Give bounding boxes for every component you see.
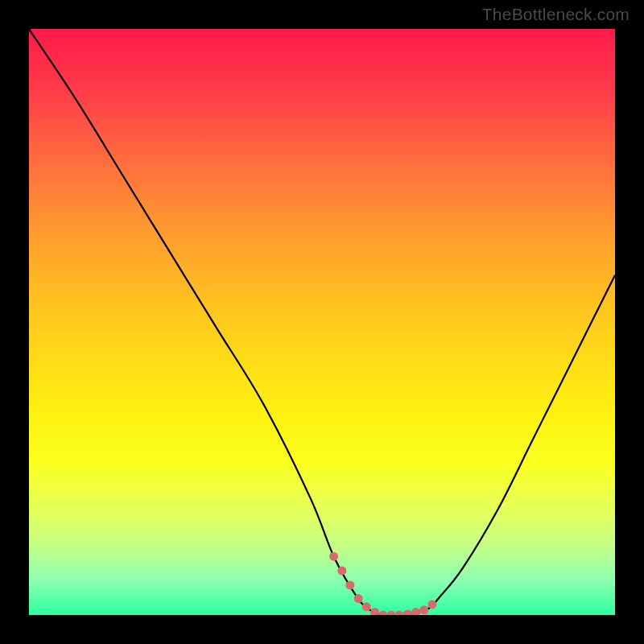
- bottleneck-curve: [29, 29, 615, 615]
- svg-point-12: [427, 600, 436, 609]
- svg-point-3: [354, 594, 363, 603]
- svg-point-6: [378, 611, 387, 616]
- svg-point-2: [345, 580, 354, 589]
- svg-point-7: [386, 611, 395, 616]
- svg-point-9: [403, 609, 412, 615]
- svg-point-0: [329, 552, 338, 561]
- watermark-text: TheBottleneck.com: [482, 5, 630, 24]
- highlight-dots: [329, 552, 436, 615]
- curve-svg: [29, 29, 615, 615]
- svg-point-5: [370, 608, 379, 615]
- svg-point-10: [411, 608, 420, 615]
- svg-point-8: [395, 611, 404, 616]
- svg-point-1: [337, 567, 346, 576]
- chart-container: TheBottleneck.com: [0, 0, 644, 644]
- svg-point-4: [362, 602, 371, 611]
- plot-area: [29, 29, 615, 615]
- svg-point-11: [419, 605, 428, 614]
